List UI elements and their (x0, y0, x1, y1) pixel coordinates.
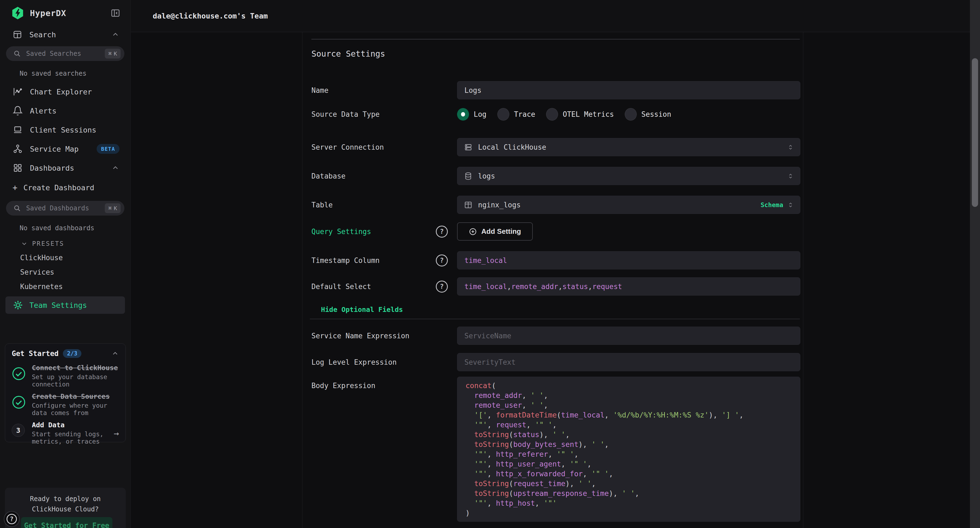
presets-toggle[interactable]: PRESETS (0, 237, 130, 250)
chevron-up-icon[interactable] (111, 350, 119, 357)
body-expression-editor[interactable]: concat( remote_addr, ' ', remote_user, '… (457, 377, 800, 522)
database-icon (464, 172, 473, 180)
laptop-icon (13, 125, 23, 135)
sidebar-item-client-sessions[interactable]: Client Sessions (0, 120, 130, 139)
scrollbar-track (970, 0, 980, 528)
create-dashboard-button[interactable]: + Create Dashboard (0, 177, 130, 197)
form-row-query-settings: Query Settings ? Add Setting (312, 223, 800, 240)
step-desc: Configure where your data comes from (32, 402, 119, 417)
promo-text: Ready to deploy on ClickHouse Cloud? (5, 494, 126, 514)
logo-row: HyperDX (0, 0, 130, 26)
preset-item-kubernetes[interactable]: Kubernetes (0, 279, 130, 294)
server-connection-select[interactable]: Local ClickHouse (457, 138, 800, 156)
sidebar-item-alerts[interactable]: Alerts (0, 101, 130, 120)
get-started-step-2: Create Data Sources Configure where your… (12, 393, 119, 417)
help-circle-icon[interactable]: ? (436, 226, 448, 238)
check-circle-icon (12, 367, 26, 381)
radio-selected-icon[interactable] (457, 108, 469, 121)
preset-item-services[interactable]: Services (0, 265, 130, 279)
help-circle-icon[interactable]: ? (436, 254, 448, 266)
source-data-type-label: Source Data Type (312, 110, 436, 118)
default-select-input[interactable]: time_local, remote_addr, status, request (457, 277, 800, 296)
help-button[interactable]: ? (4, 511, 20, 527)
radio-icon[interactable] (497, 108, 509, 121)
form-row-service-name-expression: Service Name Expression (312, 327, 800, 345)
table-icon (464, 200, 473, 209)
server-icon (464, 143, 473, 152)
form-row-timestamp-column: Timestamp Column ? time_local (312, 251, 800, 269)
sidebar-section-dashboards[interactable]: Dashboards (0, 158, 130, 177)
source-settings-panel: Source Settings Name Source Data Type Lo… (302, 32, 803, 528)
step-desc: Set up your database connection (32, 374, 119, 388)
sidebar-item-label: Client Sessions (30, 126, 96, 134)
step-number: 3 (12, 424, 25, 437)
hide-optional-fields-link[interactable]: Hide Optional Fields (321, 305, 403, 313)
log-level-expression-input[interactable] (457, 353, 800, 371)
name-input[interactable] (457, 81, 800, 99)
sidebar-item-service-map[interactable]: Service Map BETA (0, 139, 130, 158)
service-name-expression-input[interactable] (457, 327, 800, 345)
collapse-sidebar-icon[interactable] (110, 8, 121, 18)
name-label: Name (312, 86, 436, 94)
radio-icon[interactable] (625, 108, 637, 121)
saved-dashboards-placeholder: Saved Dashboards (26, 204, 105, 212)
database-value: logs (478, 172, 495, 180)
preset-item-clickhouse[interactable]: ClickHouse (0, 250, 130, 265)
app-title: HyperDX (30, 8, 66, 18)
sidebar-item-label: Service Map (30, 145, 79, 153)
table-select[interactable]: nginx_logs Schema (457, 196, 800, 214)
topbar: dale@clickhouse.com's Team (131, 0, 970, 32)
sidebar-item-team-settings[interactable]: Team Settings (5, 296, 125, 314)
get-started-step-3[interactable]: 3 Add Data Start sending logs, metrics, … (12, 421, 119, 445)
hyperdx-logo-icon (11, 6, 24, 20)
schema-button[interactable]: Schema (760, 201, 783, 208)
cmd-icon: ⌘ (108, 50, 111, 57)
progress-badge: 2/3 (63, 349, 81, 358)
search-section-icon (13, 30, 22, 40)
chevron-up-icon[interactable] (111, 30, 119, 39)
sidebar-section-label: Search (29, 30, 56, 39)
server-connection-label: Server Connection (312, 143, 436, 151)
step-title: Create Data Sources (32, 393, 119, 401)
sidebar-item-chart-explorer[interactable]: Chart Explorer (0, 82, 130, 101)
table-label: Table (312, 201, 436, 209)
radio-otel-metrics[interactable]: OTEL Metrics (546, 108, 614, 121)
arrow-right-icon[interactable]: → (114, 428, 119, 439)
team-title: dale@clickhouse.com's Team (153, 12, 268, 20)
chevron-up-icon[interactable] (111, 164, 119, 172)
sidebar-section-search[interactable]: Search (0, 26, 130, 43)
form-row-table: Table nginx_logs Schema (312, 196, 800, 214)
table-value: nginx_logs (478, 201, 521, 209)
saved-dashboards-input[interactable]: Saved Dashboards ⌘ K (6, 201, 124, 216)
presets-label: PRESETS (32, 240, 64, 247)
database-label: Database (312, 172, 436, 180)
get-started-free-button[interactable]: Get Started for Free (21, 517, 113, 528)
radio-icon[interactable] (546, 108, 558, 121)
radio-log[interactable]: Log (457, 108, 487, 121)
form-row-default-select: Default Select ? time_local, remote_addr… (312, 277, 800, 296)
radio-trace[interactable]: Trace (497, 108, 535, 121)
sidebar-item-label: Team Settings (29, 301, 87, 309)
step-title: Connect to ClickHouse (32, 364, 119, 372)
sidebar-item-label: Alerts (30, 107, 57, 115)
plus-circle-icon (469, 227, 477, 236)
scrollbar-thumb[interactable] (972, 58, 978, 207)
radio-session[interactable]: Session (625, 108, 671, 121)
question-mark-icon: ? (6, 514, 17, 524)
get-started-title: Get Started (12, 350, 59, 358)
add-setting-button[interactable]: Add Setting (457, 223, 533, 240)
form-row-name: Name (312, 81, 800, 99)
database-select[interactable]: logs (457, 167, 800, 185)
saved-searches-input[interactable]: Saved Searches ⌘ K (6, 46, 124, 61)
select-chevrons-icon (787, 144, 794, 151)
body-expression-label: Body Expression (312, 377, 436, 390)
clickhouse-cloud-promo: Ready to deploy on ClickHouse Cloud? Get… (5, 488, 126, 528)
step-desc: Start sending logs, metrics, or traces (32, 431, 114, 445)
form-row-database: Database logs (312, 167, 800, 185)
section-divider (310, 319, 800, 319)
form-row-log-level-expression: Log Level Expression (312, 353, 800, 371)
help-circle-icon[interactable]: ? (436, 281, 448, 293)
saved-searches-placeholder: Saved Searches (26, 50, 105, 57)
timestamp-column-input[interactable]: time_local (457, 251, 800, 269)
check-circle-icon (12, 395, 26, 409)
